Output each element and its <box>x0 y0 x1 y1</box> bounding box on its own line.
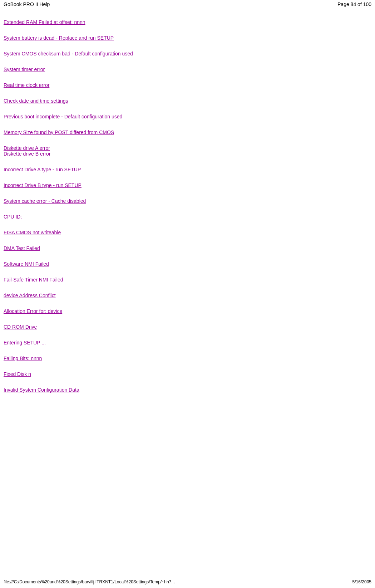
link-cd-rom-drive[interactable]: CD ROM Drive <box>4 324 371 330</box>
link-dma-test[interactable]: DMA Test Failed <box>4 245 371 251</box>
link-failsafe-timer[interactable]: Fail-Safe Timer NMI Failed <box>4 277 371 283</box>
link-incorrect-drive-b[interactable]: Incorrect Drive B type - run SETUP <box>4 182 371 188</box>
link-extended-ram[interactable]: Extended RAM Failed at offset: nnnn <box>4 19 371 25</box>
link-memory-size[interactable]: Memory Size found by POST differed from … <box>4 129 371 135</box>
main-content: Extended RAM Failed at offset: nnnn Syst… <box>0 9 375 410</box>
link-fixed-disk[interactable]: Fixed Disk n <box>4 371 371 377</box>
link-system-cmos-checksum[interactable]: System CMOS checksum bad - Default confi… <box>4 51 371 57</box>
link-cpu-id[interactable]: CPU ID: <box>4 214 371 220</box>
link-diskette-b[interactable]: Diskette drive B error <box>4 151 371 157</box>
app-title: GoBook PRO II Help <box>4 1 50 7</box>
link-invalid-system-config[interactable]: Invalid System Configuration Data <box>4 387 371 393</box>
link-failing-bits[interactable]: Failing Bits: nnnn <box>4 356 371 361</box>
link-entering-setup[interactable]: Entering SETUP ... <box>4 340 371 346</box>
link-eisa-cmos[interactable]: EISA CMOS not writeable <box>4 230 371 235</box>
footer-date: 5/16/2005 <box>352 579 371 584</box>
page-footer: file:///C:/Documents%20and%20Settings/ba… <box>4 579 371 584</box>
diskette-links-group: Diskette drive A error Diskette drive B … <box>4 145 371 157</box>
page-number: Page 84 of 100 <box>337 1 371 7</box>
link-diskette-a[interactable]: Diskette drive A error <box>4 145 371 151</box>
link-system-cache-error[interactable]: System cache error - Cache disabled <box>4 198 371 204</box>
link-device-address-conflict[interactable]: device Address Conflict <box>4 293 371 298</box>
footer-file-path: file:///C:/Documents%20and%20Settings/ba… <box>4 579 175 584</box>
link-real-time-clock[interactable]: Real time clock error <box>4 82 371 88</box>
link-check-date-time[interactable]: Check date and time settings <box>4 98 371 104</box>
page-header: GoBook PRO II Help Page 84 of 100 <box>0 0 375 9</box>
link-allocation-error[interactable]: Allocation Error for: device <box>4 308 371 314</box>
link-system-battery[interactable]: System battery is dead - Replace and run… <box>4 35 371 41</box>
link-system-timer-error[interactable]: System timer error <box>4 67 371 72</box>
link-incorrect-drive-a[interactable]: Incorrect Drive A type - run SETUP <box>4 167 371 172</box>
link-previous-boot[interactable]: Previous boot incomplete - Default confi… <box>4 114 371 119</box>
link-software-nmi[interactable]: Software NMI Failed <box>4 261 371 267</box>
